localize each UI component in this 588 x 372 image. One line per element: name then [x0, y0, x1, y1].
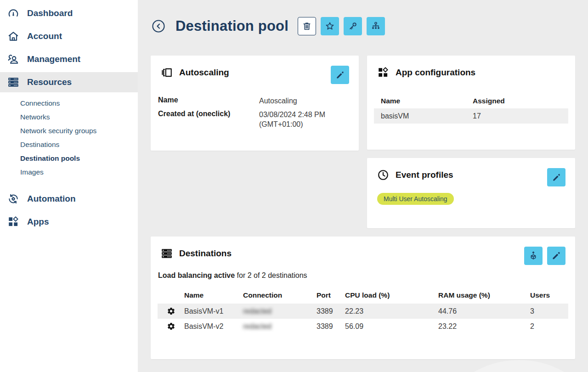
- destinations-card: Destinations Load: [151, 237, 575, 359]
- destination-connection-redacted: redacted: [243, 322, 317, 331]
- destination-users: 3: [530, 307, 568, 316]
- table-row[interactable]: BasisVM-v2 redacted 3389 56.09 23.22 2: [158, 319, 568, 334]
- edit-autoscaling-button[interactable]: [331, 66, 349, 84]
- sidebar-item-connections[interactable]: Connections: [0, 96, 138, 110]
- sidebar: Dashboard Account Management: [0, 0, 138, 372]
- sidebar-item-network-security-groups[interactable]: Network security groups: [0, 124, 138, 138]
- sidebar-item-label: Management: [27, 54, 80, 64]
- sitemap-icon: [371, 21, 381, 31]
- destinations-table: Name Connection Port CPU load (%) RAM us…: [158, 287, 568, 334]
- apps-icon: [377, 67, 389, 79]
- credentials-button[interactable]: [344, 17, 362, 35]
- server-icon: [161, 248, 173, 259]
- sidebar-item-management[interactable]: Management: [0, 48, 138, 71]
- server-icon: [7, 76, 19, 89]
- delete-button[interactable]: [298, 17, 316, 35]
- card-title: Destinations: [179, 248, 232, 259]
- cards-grid: Autoscaling Name Autoscaling Created at …: [151, 56, 575, 359]
- scaling-icon: [161, 67, 173, 79]
- cube-upload-icon: [528, 251, 538, 261]
- destination-ram-usage: 23.22: [438, 322, 530, 331]
- table-row[interactable]: basisVM 17: [374, 108, 568, 124]
- table-row[interactable]: BasisVM-v1 redacted 3389 22.23 44.76 3: [158, 304, 568, 319]
- app-config-assigned: 17: [473, 112, 568, 120]
- column-header: RAM usage (%): [438, 291, 530, 299]
- event-profile-badges: Multi User Autoscaling: [367, 181, 575, 217]
- star-icon: [325, 21, 335, 31]
- main-content: Destination pool: [138, 0, 588, 372]
- sidebar-item-automation[interactable]: Automation: [0, 187, 138, 210]
- edit-event-profiles-button[interactable]: [547, 168, 565, 186]
- pencil-icon: [335, 70, 345, 80]
- destination-ram-usage: 44.76: [438, 307, 530, 316]
- sidebar-item-dashboard[interactable]: Dashboard: [0, 2, 138, 25]
- edit-destinations-button[interactable]: [547, 247, 565, 265]
- destination-name: BasisVM-v2: [184, 322, 243, 331]
- sidebar-item-images[interactable]: Images: [0, 165, 138, 179]
- autoscaling-card: Autoscaling Name Autoscaling Created at …: [151, 56, 359, 151]
- event-profiles-card: Event profiles Multi User Autoscaling: [367, 158, 575, 228]
- gauge-icon: [7, 7, 19, 20]
- row-settings-button[interactable]: [158, 307, 184, 316]
- field-value: 03/08/2024 2:48 PM (GMT+01:00): [259, 110, 349, 130]
- page-title: Destination pool: [175, 18, 288, 34]
- trash-icon: [302, 21, 312, 31]
- sidebar-item-networks[interactable]: Networks: [0, 110, 138, 124]
- field-value: Autoscaling: [259, 96, 349, 106]
- sidebar-item-label: Apps: [27, 217, 49, 227]
- table-header-row: Name Connection Port CPU load (%) RAM us…: [158, 287, 568, 304]
- destination-cpu-load: 56.09: [345, 322, 438, 331]
- page-header: Destination pool: [151, 17, 575, 36]
- sidebar-item-destinations[interactable]: Destinations: [0, 138, 138, 152]
- destinations-actions: [524, 247, 565, 265]
- sidebar-item-resources[interactable]: Resources: [0, 72, 138, 92]
- gear-icon: [167, 307, 175, 316]
- back-button[interactable]: [152, 19, 165, 33]
- card-title: Autoscaling: [179, 68, 229, 78]
- hierarchy-button[interactable]: [367, 17, 385, 35]
- destination-port: 3389: [317, 307, 345, 316]
- column-header: Connection: [243, 291, 317, 299]
- sidebar-item-account[interactable]: Account: [0, 25, 138, 48]
- pencil-icon: [552, 173, 561, 182]
- destination-users: 2: [530, 322, 568, 331]
- card-title: Event profiles: [396, 170, 453, 180]
- sidebar-item-label: Dashboard: [27, 8, 73, 18]
- column-header: Port: [317, 291, 345, 299]
- favorite-button[interactable]: [321, 17, 339, 35]
- field-label: Name: [158, 96, 259, 106]
- automation-icon: [7, 193, 19, 205]
- apps-icon: [7, 216, 19, 228]
- destination-port: 3389: [317, 322, 345, 331]
- app-configurations-card: App configurations Name Assigned basisVM…: [367, 56, 575, 150]
- load-balancing-status: Load balancing active for 2 of 2 destina…: [151, 259, 575, 280]
- users-icon: [7, 53, 19, 66]
- header-actions: [298, 17, 385, 35]
- event-profile-badge[interactable]: Multi User Autoscaling: [377, 193, 454, 205]
- column-header: Assigned: [473, 97, 568, 105]
- sidebar-item-destination-pools[interactable]: Destination pools: [0, 152, 138, 165]
- column-header: Name: [381, 97, 473, 105]
- resources-submenu: Connections Networks Network security gr…: [0, 94, 138, 184]
- table-header-row: Name Assigned: [374, 93, 568, 108]
- deploy-button[interactable]: [524, 247, 543, 265]
- field-label: Created at (oneclick): [158, 110, 259, 130]
- sidebar-item-label: Resources: [27, 77, 72, 87]
- destination-name: BasisVM-v1: [184, 307, 243, 316]
- gear-icon: [167, 322, 175, 331]
- app-configurations-table: Name Assigned basisVM 17: [374, 93, 568, 124]
- autoscaling-fields: Name Autoscaling Created at (oneclick) 0…: [151, 79, 359, 141]
- column-header: Users: [530, 291, 568, 299]
- chevron-left-circle-icon: [152, 19, 165, 33]
- sidebar-item-label: Automation: [27, 194, 76, 204]
- right-column: App configurations Name Assigned basisVM…: [367, 56, 575, 228]
- column-header: Name: [184, 291, 243, 299]
- sidebar-item-label: Account: [27, 31, 62, 41]
- status-rest-text: for 2 of 2 destinations: [235, 271, 307, 279]
- row-settings-button[interactable]: [158, 322, 184, 331]
- clock-icon: [377, 169, 389, 181]
- sidebar-item-apps[interactable]: Apps: [0, 210, 138, 233]
- home-icon: [7, 30, 19, 43]
- column-header: CPU load (%): [345, 291, 438, 299]
- destination-cpu-load: 22.23: [345, 307, 438, 316]
